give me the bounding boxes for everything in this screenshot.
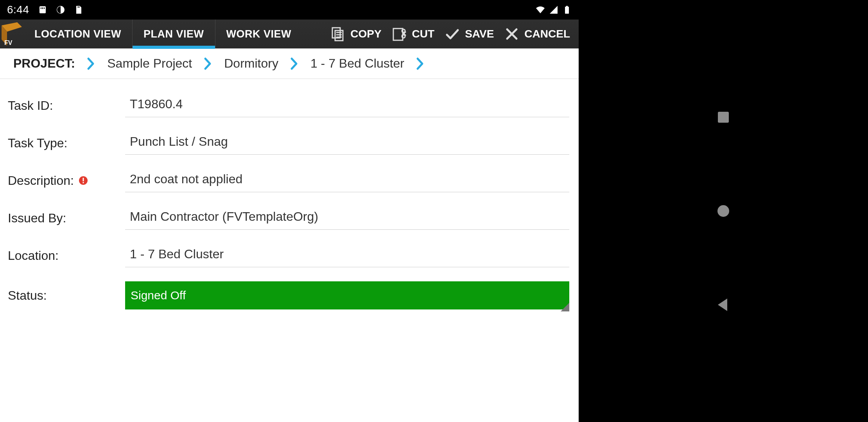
notification-icon [56,5,65,14]
breadcrumb-label: PROJECT: [13,56,75,71]
svg-rect-2 [42,7,43,9]
nav-recent-button[interactable] [716,109,731,125]
chevron-right-icon [87,57,95,70]
svg-rect-3 [44,7,45,9]
top-bar: FV LOCATION VIEW PLAN VIEW WORK VIEW COP… [0,20,579,48]
tab-label: PLAN VIEW [143,28,204,40]
svg-rect-6 [565,7,569,14]
breadcrumb-item[interactable]: Dormitory [224,56,278,71]
description-field[interactable]: 2nd coat not applied [125,169,569,192]
field-label: Status: [8,288,47,302]
chevron-right-icon [416,57,425,70]
status-right [536,5,572,14]
svg-rect-27 [718,112,729,123]
action-label: SAVE [465,28,494,40]
form-row-issued-by: Issued By: Main Contractor (FVTemplateOr… [8,199,569,237]
task-type-field[interactable]: Punch List / Snag [125,131,569,155]
task-form: Task ID: T19860.4 Task Type: Punch List … [0,79,579,422]
cut-icon [392,26,407,42]
sd-card-icon [38,5,47,14]
top-actions: COPY CUT SAVE CANCEL [330,20,579,48]
field-value: Main Contractor (FVTemplateOrg) [130,209,318,224]
svg-rect-24 [82,178,84,181]
field-label: Task Type: [8,136,67,150]
action-label: COPY [350,28,381,40]
svg-marker-29 [718,299,727,311]
dropdown-handle-icon [561,301,569,309]
nav-back-button[interactable] [716,297,731,313]
clock: 6:44 [7,4,29,16]
cut-button[interactable]: CUT [392,26,435,42]
status-dropdown[interactable]: Signed Off [125,281,569,309]
field-label: Description: [8,173,74,188]
storage-icon [74,5,83,14]
system-nav-bar [579,0,868,422]
svg-rect-16 [393,29,403,40]
tab-label: WORK VIEW [226,28,292,40]
svg-rect-5 [77,7,80,7]
field-label: Issued By: [8,211,66,225]
signal-icon [549,5,558,14]
save-button[interactable]: SAVE [445,26,494,42]
field-label: Location: [8,249,59,263]
tab-plan-view[interactable]: PLAN VIEW [132,20,215,48]
svg-point-28 [717,205,729,217]
wifi-icon [536,5,545,14]
svg-rect-7 [566,6,568,7]
copy-button[interactable]: COPY [330,26,381,42]
chevron-right-icon [290,57,299,70]
task-id-field[interactable]: T19860.4 [125,94,569,117]
breadcrumb: PROJECT: Sample Project Dormitory 1 - 7 … [0,48,579,79]
svg-rect-1 [41,7,41,9]
app-logo[interactable]: FV [0,20,23,48]
status-value: Signed Off [131,289,186,302]
form-row-task-type: Task Type: Punch List / Snag [8,124,569,162]
location-field[interactable]: 1 - 7 Bed Cluster [125,244,569,267]
action-label: CANCEL [524,28,570,40]
field-label: Task ID: [8,98,53,113]
form-row-location: Location: 1 - 7 Bed Cluster [8,237,569,274]
view-tabs: LOCATION VIEW PLAN VIEW WORK VIEW [23,20,302,48]
svg-rect-0 [39,6,46,13]
copy-icon [330,26,346,42]
tab-work-view[interactable]: WORK VIEW [215,20,303,48]
form-row-status: Status: Signed Off [8,274,569,316]
tab-label: LOCATION VIEW [34,28,121,40]
chevron-right-icon [204,57,212,70]
svg-marker-26 [561,303,569,311]
close-icon [504,26,520,42]
field-value: T19860.4 [130,97,183,111]
field-value: Punch List / Snag [130,134,228,149]
field-value: 1 - 7 Bed Cluster [130,247,224,261]
field-value: 2nd coat not applied [130,172,242,186]
form-row-task-id: Task ID: T19860.4 [8,87,569,124]
action-label: CUT [412,28,435,40]
breadcrumb-item[interactable]: 1 - 7 Bed Cluster [310,56,404,71]
svg-rect-25 [82,182,84,183]
check-icon [445,26,460,42]
required-icon [79,176,88,185]
breadcrumb-item[interactable]: Sample Project [107,56,192,71]
status-left: 6:44 [7,4,83,16]
app-viewport: 6:44 [0,0,579,422]
cancel-button[interactable]: CANCEL [504,26,570,42]
battery-icon [562,5,572,14]
nav-home-button[interactable] [716,203,731,219]
form-row-description: Description: 2nd coat not applied [8,162,569,199]
svg-text:FV: FV [4,39,13,46]
tab-location-view[interactable]: LOCATION VIEW [23,20,132,48]
status-bar: 6:44 [0,0,579,20]
issued-by-field[interactable]: Main Contractor (FVTemplateOrg) [125,206,569,230]
